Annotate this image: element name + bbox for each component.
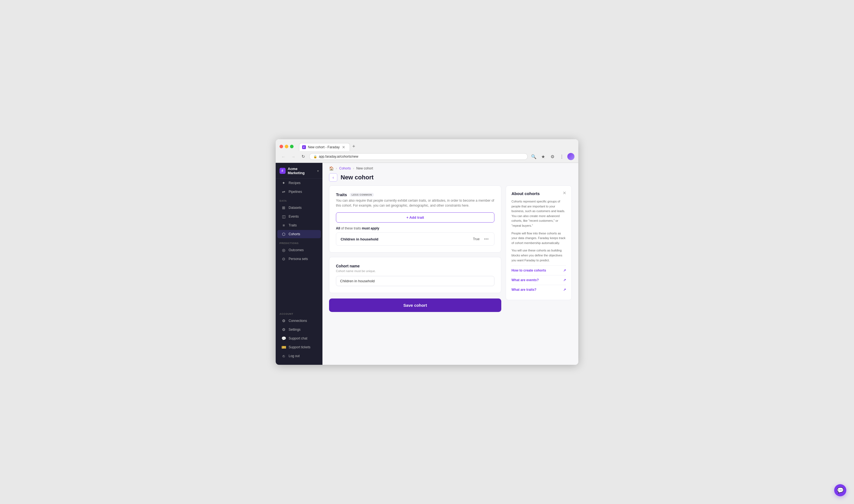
back-nav-button[interactable]: ← xyxy=(279,153,287,160)
traffic-light-minimize[interactable] xyxy=(285,145,288,148)
chat-icon: 💬 xyxy=(837,487,844,493)
sidebar-item-label: Pipelines xyxy=(289,190,302,194)
tab-close-button[interactable]: ✕ xyxy=(342,145,346,149)
what-are-events-link[interactable]: What are events? ↗ xyxy=(511,275,566,285)
info-panel: About cohorts ✕ Cohorts represent specif… xyxy=(506,185,572,300)
cohort-name-card: Cohort name Cohort name must be unique. xyxy=(329,257,501,293)
persona-sets-icon: ⊙ xyxy=(281,257,286,261)
traits-icon: ≡ xyxy=(281,223,286,228)
search-icon[interactable]: 🔍 xyxy=(530,153,538,160)
data-section-label: DATA xyxy=(276,196,323,203)
sidebar-item-persona-sets[interactable]: ⊙ Persona sets xyxy=(277,255,321,263)
breadcrumb-separator-2: › xyxy=(353,166,354,170)
sidebar-item-label: Support tickets xyxy=(289,345,310,349)
sidebar-item-recipes[interactable]: ✦ Recipes xyxy=(277,179,321,187)
log-out-icon: ⎋ xyxy=(281,354,286,358)
traits-apply-mid: of these traits xyxy=(341,227,362,230)
sidebar-item-outcomes[interactable]: ◎ Outcomes xyxy=(277,246,321,254)
sidebar-item-events[interactable]: ◫ Events xyxy=(277,212,321,221)
form-area: Traits LESS COMMON You can also require … xyxy=(329,185,506,358)
traffic-light-close[interactable] xyxy=(279,145,283,148)
sidebar-item-cohorts[interactable]: ⬡ Cohorts xyxy=(277,230,321,238)
breadcrumb-cohorts-link[interactable]: Cohorts xyxy=(339,166,351,170)
browser-titlebar: F New cohort - Faraday ✕ + xyxy=(276,139,578,151)
breadcrumb-home-icon[interactable]: 🏠 xyxy=(329,166,334,170)
add-trait-label: + Add trait xyxy=(406,215,424,219)
breadcrumb: 🏠 › Cohorts › New cohort xyxy=(323,163,578,172)
sidebar-item-traits[interactable]: ≡ Traits xyxy=(277,221,321,230)
sidebar-item-pipelines[interactable]: ⇌ Pipelines xyxy=(277,187,321,196)
info-panel-text-3: You will use these cohorts as building b… xyxy=(511,248,566,263)
trait-menu-button[interactable]: ••• xyxy=(483,236,490,242)
sidebar-item-label: Persona sets xyxy=(289,257,308,261)
forward-nav-button[interactable]: → xyxy=(289,153,297,160)
less-common-badge: LESS COMMON xyxy=(350,193,374,197)
page-header: ‹ New cohort xyxy=(323,172,578,185)
support-tickets-icon: 🎫 xyxy=(281,345,286,349)
sidebar-item-label: Recipes xyxy=(289,181,301,185)
main-content: 🏠 › Cohorts › New cohort ‹ New cohort Tr xyxy=(323,163,578,365)
predictions-section-label: PREDICTIONS xyxy=(276,238,323,246)
sidebar-item-label: Settings xyxy=(289,328,301,331)
active-tab[interactable]: F New cohort - Faraday ✕ xyxy=(299,143,350,151)
events-icon: ◫ xyxy=(281,214,286,219)
sidebar-item-datasets[interactable]: ⊞ Datasets xyxy=(277,203,321,212)
brand-chevron-icon: ▾ xyxy=(317,169,319,173)
sidebar-brand[interactable]: F Acme Marketing ▾ xyxy=(276,163,323,179)
traffic-lights xyxy=(279,145,294,148)
browser-window: F New cohort - Faraday ✕ + ← → ↻ 🔒 app.f… xyxy=(276,139,578,365)
bookmark-icon[interactable]: ★ xyxy=(539,153,547,160)
info-panel-close-button[interactable]: ✕ xyxy=(561,190,568,196)
extensions-icon[interactable]: ⚙ xyxy=(549,153,556,160)
tab-bar: F New cohort - Faraday ✕ + xyxy=(299,142,567,151)
sidebar-item-log-out[interactable]: ⎋ Log out xyxy=(277,352,321,360)
address-bar[interactable]: 🔒 app.faraday.ai/cohorts/new xyxy=(309,153,528,160)
sidebar-item-label: Traits xyxy=(289,223,297,227)
traffic-light-maximize[interactable] xyxy=(290,145,294,148)
trait-value: True xyxy=(473,237,479,241)
sidebar-item-support-chat[interactable]: 💬 Support chat xyxy=(277,334,321,343)
brand-icon: F xyxy=(279,168,286,174)
new-tab-button[interactable]: + xyxy=(350,142,358,151)
menu-icon[interactable]: ⋮ xyxy=(558,153,566,160)
what-are-events-label: What are events? xyxy=(511,278,539,282)
back-button[interactable]: ‹ xyxy=(329,173,337,182)
address-text: app.faraday.ai/cohorts/new xyxy=(319,155,358,159)
traits-apply-bold: must apply xyxy=(362,227,379,230)
save-cohort-button[interactable]: Save cohort xyxy=(329,299,501,312)
what-are-traits-label: What are traits? xyxy=(511,288,537,292)
recipes-icon: ✦ xyxy=(281,181,286,185)
sidebar-item-label: Datasets xyxy=(289,206,302,210)
info-panel-title: About cohorts xyxy=(511,191,566,196)
traits-card: Traits LESS COMMON You can also require … xyxy=(329,185,501,253)
cohorts-icon: ⬡ xyxy=(281,232,286,236)
sidebar-item-label: Log out xyxy=(289,354,299,358)
chat-bubble[interactable]: 💬 xyxy=(834,484,846,496)
external-link-icon-2: ↗ xyxy=(563,278,566,282)
sidebar-item-label: Support chat xyxy=(289,337,307,340)
traits-title-text: Traits xyxy=(336,192,347,197)
brand-name: Acme Marketing xyxy=(288,167,315,175)
traits-apply-label: All of these traits must apply xyxy=(336,227,494,230)
sidebar-item-label: Cohorts xyxy=(289,232,300,236)
breadcrumb-current: New cohort xyxy=(356,166,373,170)
profile-avatar[interactable] xyxy=(567,153,575,160)
support-chat-icon: 💬 xyxy=(281,336,286,341)
how-to-create-cohorts-link[interactable]: How to create cohorts ↗ xyxy=(511,266,566,275)
sidebar-item-connections[interactable]: ⚙ Connections xyxy=(277,317,321,325)
cohort-name-input[interactable] xyxy=(336,276,494,286)
sidebar-item-label: Events xyxy=(289,215,299,218)
traits-description: You can also require that people current… xyxy=(336,198,494,208)
cohort-name-label: Cohort name xyxy=(336,264,494,268)
sidebar-item-label: Outcomes xyxy=(289,248,304,252)
sidebar-item-settings[interactable]: ⚙ Settings xyxy=(277,325,321,334)
breadcrumb-separator-1: › xyxy=(336,166,337,170)
sidebar-item-support-tickets[interactable]: 🎫 Support tickets xyxy=(277,343,321,351)
traits-section-title: Traits LESS COMMON xyxy=(336,192,494,197)
add-trait-button[interactable]: + Add trait xyxy=(336,212,494,222)
reload-button[interactable]: ↻ xyxy=(299,153,307,160)
what-are-traits-link[interactable]: What are traits? ↗ xyxy=(511,285,566,294)
external-link-icon-1: ↗ xyxy=(563,269,566,272)
toolbar-actions: 🔍 ★ ⚙ ⋮ xyxy=(530,153,575,160)
how-to-create-cohorts-label: How to create cohorts xyxy=(511,269,546,272)
